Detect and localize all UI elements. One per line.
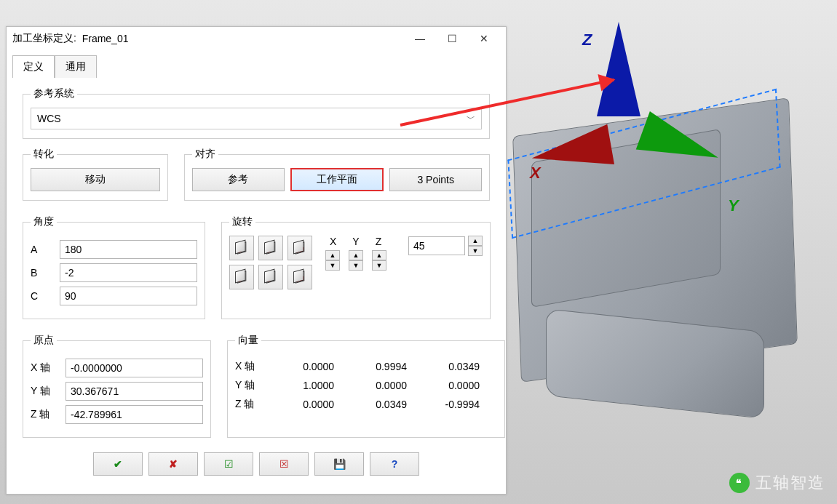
rot-z-label: Z — [376, 236, 382, 247]
ref-system-combo[interactable]: WCS ﹀ — [31, 108, 482, 129]
axis-x-label: X — [530, 164, 541, 183]
angle-legend: 角度 — [31, 215, 57, 228]
origin-y-input[interactable] — [66, 382, 203, 401]
save-button[interactable]: 💾 — [314, 452, 364, 476]
axis-z-label: Z — [582, 31, 592, 49]
group-origin: 原点 X 轴 Y 轴 Z 轴 — [23, 334, 211, 438]
ref-system-legend: 参考系统 — [31, 87, 77, 100]
group-rotate: 旋转 X Y Z — [221, 215, 491, 319]
rotate-cube-6[interactable] — [287, 265, 312, 289]
check-icon: ✔ — [114, 458, 122, 470]
title-prefix: 加工坐标定义: — [12, 32, 76, 45]
watermark: ❝ 五轴智造 — [729, 472, 825, 494]
save-icon: 💾 — [333, 458, 346, 470]
rot-x-spinner[interactable]: ▲▼ — [325, 250, 340, 271]
rot-x-label: X — [330, 236, 336, 247]
reset-x-icon: ☒ — [279, 458, 289, 470]
transform-legend: 转化 — [31, 148, 57, 161]
angle-c-input[interactable] — [60, 287, 197, 305]
cancel-button[interactable]: ✘ — [148, 452, 198, 476]
vector-row-x: X 轴 0.0000 0.9994 0.0349 — [235, 360, 497, 373]
wechat-logo-icon: ❝ — [729, 473, 750, 493]
origin-z-input[interactable] — [66, 405, 203, 424]
rotate-cube-grid — [229, 236, 312, 289]
title-name: Frame_01 — [82, 33, 129, 44]
angle-a-input[interactable] — [60, 240, 197, 259]
align-3points-button[interactable]: 3 Points — [389, 168, 482, 191]
frame-definition-dialog: 加工坐标定义: Frame_01 — ☐ ✕ 定义 通用 参考系统 WCS ﹀ … — [6, 26, 507, 495]
origin-legend: 原点 — [31, 334, 57, 347]
angle-a-label: A — [31, 244, 60, 255]
align-ref-button[interactable]: 参考 — [192, 168, 285, 191]
angle-b-label: B — [31, 267, 60, 279]
origin-x-label: X 轴 — [31, 361, 66, 375]
rotate-legend: 旋转 — [229, 215, 255, 228]
x-icon: ✘ — [169, 458, 178, 470]
maximize-button[interactable]: ☐ — [436, 28, 468, 49]
tab-define[interactable]: 定义 — [12, 55, 55, 78]
rotate-step-input[interactable] — [408, 236, 465, 255]
rot-y-spinner[interactable]: ▲▼ — [349, 250, 363, 271]
origin-y-label: Y 轴 — [31, 385, 66, 398]
titlebar[interactable]: 加工坐标定义: Frame_01 — ☐ ✕ — [7, 27, 506, 50]
angle-c-label: C — [31, 290, 60, 302]
rot-z-spinner[interactable]: ▲▼ — [372, 250, 386, 271]
vector-row-z: Z 轴 0.0000 0.0349 -0.9994 — [235, 398, 497, 411]
vector-legend: 向量 — [235, 334, 261, 347]
ok-button[interactable]: ✔ — [93, 452, 143, 476]
vector-row-y: Y 轴 1.0000 0.0000 0.0000 — [235, 379, 497, 392]
align-workplane-button[interactable]: 工作平面 — [290, 168, 384, 191]
tab-strip: 定义 通用 — [7, 50, 506, 77]
axis-y-label: Y — [728, 196, 739, 215]
dialog-bottom-bar: ✔ ✘ ☑ ☒ 💾 ? — [20, 452, 493, 476]
group-transform: 转化 移动 — [23, 148, 168, 201]
origin-z-label: Z 轴 — [31, 408, 66, 421]
rot-y-label: Y — [352, 236, 359, 247]
tab-general[interactable]: 通用 — [55, 55, 97, 78]
origin-x-input[interactable] — [66, 359, 203, 377]
rotate-cube-1[interactable] — [229, 236, 254, 260]
minimize-button[interactable]: — — [404, 28, 436, 49]
rotate-cube-2[interactable] — [258, 236, 283, 260]
close-button[interactable]: ✕ — [468, 28, 500, 49]
apply-check-icon: ☑ — [224, 458, 234, 470]
angle-b-input[interactable] — [60, 263, 197, 282]
axis-z-arrow-icon — [597, 22, 640, 116]
reset-button[interactable]: ☒ — [259, 452, 309, 476]
tabpanel-define: 参考系统 WCS ﹀ 转化 移动 对齐 参考 工作平面 3 Points — [14, 77, 499, 481]
align-legend: 对齐 — [192, 148, 218, 161]
group-align: 对齐 参考 工作平面 3 Points — [184, 148, 490, 201]
group-ref-system: 参考系统 WCS ﹀ — [23, 87, 490, 139]
group-angle: 角度 A B C — [23, 215, 205, 319]
help-icon: ? — [392, 458, 398, 470]
apply-button[interactable]: ☑ — [204, 452, 253, 476]
move-button[interactable]: 移动 — [31, 168, 160, 191]
rotate-cube-5[interactable] — [258, 265, 283, 289]
rotate-cube-4[interactable] — [229, 265, 254, 289]
help-button[interactable]: ? — [370, 452, 419, 476]
ref-system-value: WCS — [37, 113, 61, 124]
watermark-text: 五轴智造 — [755, 472, 825, 494]
group-vector: 向量 X 轴 0.0000 0.9994 0.0349 Y 轴 1.0000 0… — [227, 334, 505, 438]
rotate-cube-3[interactable] — [287, 236, 312, 260]
chevron-down-icon: ﹀ — [467, 113, 475, 125]
rotate-step-spinner[interactable]: ▲▼ — [468, 236, 483, 256]
